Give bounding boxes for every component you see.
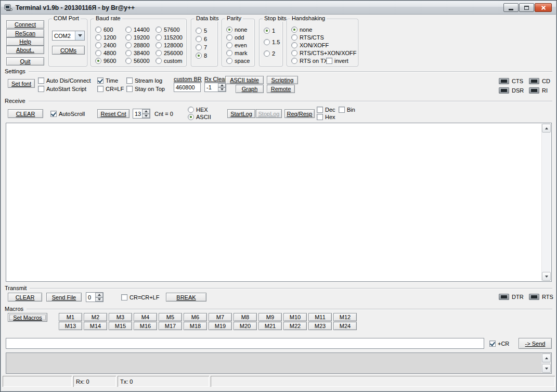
macro-button-m6[interactable]: M6 xyxy=(184,313,207,321)
databits-8[interactable]: 8 xyxy=(196,52,207,59)
req-resp-button[interactable]: Req/Resp xyxy=(284,109,315,118)
custom-br-link[interactable]: custom BR xyxy=(174,76,202,82)
databits-7[interactable]: 7 xyxy=(196,44,207,50)
ascii-mode-radio[interactable]: ASCII xyxy=(188,113,211,120)
minimize-button[interactable] xyxy=(503,3,519,12)
parity-space[interactable]: space xyxy=(226,57,250,64)
scroll-down-button[interactable] xyxy=(542,364,551,373)
baud-4800[interactable]: 4800 xyxy=(95,49,116,56)
cr-lf-checkbox[interactable]: CR=LF xyxy=(97,85,124,92)
baud-57600[interactable]: 57600 xyxy=(156,26,180,33)
dec-checkbox[interactable]: Dec xyxy=(317,106,335,113)
autostart-script-checkbox[interactable]: AutoStart Script xyxy=(38,85,86,92)
baud-28800[interactable]: 28800 xyxy=(125,42,150,48)
handshake-xonxoff[interactable]: XON/XOFF xyxy=(291,42,329,48)
databits-6[interactable]: 6 xyxy=(196,35,207,42)
chevron-down-icon[interactable] xyxy=(75,31,84,40)
stopbits-2[interactable]: 2 xyxy=(264,50,275,57)
cr-crlf-checkbox[interactable]: CR=CR+LF xyxy=(121,294,159,300)
baud-19200[interactable]: 19200 xyxy=(125,34,150,41)
remote-button[interactable]: Remote xyxy=(267,85,295,93)
baud-115200[interactable]: 115200 xyxy=(156,34,183,41)
set-font-button[interactable]: Set font xyxy=(8,79,35,88)
spin-down-button[interactable] xyxy=(142,114,150,119)
macro-button-m8[interactable]: M8 xyxy=(234,313,257,321)
baud-14400[interactable]: 14400 xyxy=(125,26,150,33)
baud-256000[interactable]: 256000 xyxy=(156,49,183,56)
receive-log-area[interactable] xyxy=(6,123,552,282)
connect-button[interactable]: Connect xyxy=(6,20,44,29)
handshake-none[interactable]: none xyxy=(291,26,312,33)
macro-button-m20[interactable]: M20 xyxy=(234,322,257,330)
macro-button-m5[interactable]: M5 xyxy=(159,313,182,321)
transmit-clear-button[interactable]: CLEAR xyxy=(8,293,42,302)
baud-38400[interactable]: 38400 xyxy=(125,49,150,56)
rx-clear-link[interactable]: Rx Clear xyxy=(204,76,227,82)
handshake-rtscts[interactable]: RTS/CTS xyxy=(291,34,324,41)
graph-button[interactable]: Graph xyxy=(236,85,264,93)
macro-button-m16[interactable]: M16 xyxy=(134,322,157,330)
rescan-button[interactable]: ReScan xyxy=(6,29,44,37)
macro-button-m4[interactable]: M4 xyxy=(134,313,157,321)
custom-br-input[interactable]: 460800 xyxy=(174,83,201,92)
time-checkbox[interactable]: Time xyxy=(97,77,118,84)
spin-up-button[interactable] xyxy=(95,293,103,297)
baud-9600[interactable]: 9600 xyxy=(95,57,116,64)
scroll-up-button[interactable] xyxy=(542,124,551,133)
macro-button-m17[interactable]: M17 xyxy=(159,322,182,330)
plus-cr-checkbox[interactable]: +CR xyxy=(489,340,509,347)
reset-cnt-button[interactable]: Reset Cnt xyxy=(97,109,129,118)
macro-button-m2[interactable]: M2 xyxy=(84,313,107,321)
macro-button-m1[interactable]: M1 xyxy=(59,313,82,321)
autoscroll-checkbox[interactable]: AutoScroll xyxy=(50,110,85,117)
macro-button-m14[interactable]: M14 xyxy=(84,322,107,330)
macro-button-m13[interactable]: M13 xyxy=(59,322,82,330)
close-button[interactable] xyxy=(535,3,552,12)
about-button[interactable]: About.. xyxy=(6,46,44,54)
spin-up-button[interactable] xyxy=(218,83,226,87)
macro-button-m12[interactable]: M12 xyxy=(333,313,357,321)
macro-button-m18[interactable]: M18 xyxy=(184,322,207,330)
transmit-delay-spinner[interactable]: 0 xyxy=(86,292,103,302)
macro-button-m10[interactable]: M10 xyxy=(283,313,307,321)
maximize-button[interactable] xyxy=(519,3,534,12)
hex-mode-radio[interactable]: HEX xyxy=(188,106,208,113)
parity-none[interactable]: none xyxy=(226,26,247,33)
startlog-button[interactable]: StartLog xyxy=(227,109,255,118)
send-input[interactable] xyxy=(6,338,484,349)
receive-scrollbar[interactable] xyxy=(541,124,551,281)
spin-up-button[interactable] xyxy=(142,109,150,114)
receive-clear-button[interactable]: CLEAR xyxy=(8,109,43,118)
hex-checkbox[interactable]: Hex xyxy=(317,113,335,120)
macro-button-m21[interactable]: M21 xyxy=(258,322,282,330)
macro-button-m15[interactable]: M15 xyxy=(109,322,132,330)
baud-600[interactable]: 600 xyxy=(95,26,113,33)
handshake-rtscts-xonxoff[interactable]: RTS/CTS+XON/XOFF xyxy=(291,49,357,56)
scroll-down-button[interactable] xyxy=(542,272,551,281)
scroll-up-button[interactable] xyxy=(542,354,551,362)
rx-clear-spinner[interactable]: -1 xyxy=(204,83,226,92)
break-button[interactable]: BREAK xyxy=(166,293,206,302)
coms-button[interactable]: COMs xyxy=(52,46,85,55)
macro-button-m11[interactable]: M11 xyxy=(308,313,332,321)
spin-down-button[interactable] xyxy=(95,297,103,302)
stopbits-1-5[interactable]: 1.5 xyxy=(264,38,280,45)
history-scrollbar[interactable] xyxy=(541,354,551,373)
databits-5[interactable]: 5 xyxy=(196,27,207,34)
baud-1200[interactable]: 1200 xyxy=(95,34,116,41)
scripting-button[interactable]: Scripting xyxy=(267,76,298,84)
macro-button-m19[interactable]: M19 xyxy=(209,322,232,330)
stream-log-checkbox[interactable]: Stream log xyxy=(126,77,162,84)
stay-on-top-checkbox[interactable]: Stay on Top xyxy=(126,85,165,92)
bin-checkbox[interactable]: Bin xyxy=(339,106,355,113)
auto-dis-connect-checkbox[interactable]: Auto Dis/Connect xyxy=(38,77,91,84)
baud-56000[interactable]: 56000 xyxy=(125,57,150,64)
receive-counter-spinner[interactable]: 13 xyxy=(133,109,150,119)
parity-even[interactable]: even xyxy=(226,42,247,48)
help-button[interactable]: Help xyxy=(6,37,44,46)
baud-custom[interactable]: custom xyxy=(156,57,182,64)
handshake-rts-on-tx[interactable]: RTS on TX xyxy=(291,57,328,64)
spin-down-button[interactable] xyxy=(218,87,226,92)
send-button[interactable]: -> Send xyxy=(519,338,552,349)
stopbits-1[interactable]: 1 xyxy=(264,27,275,34)
